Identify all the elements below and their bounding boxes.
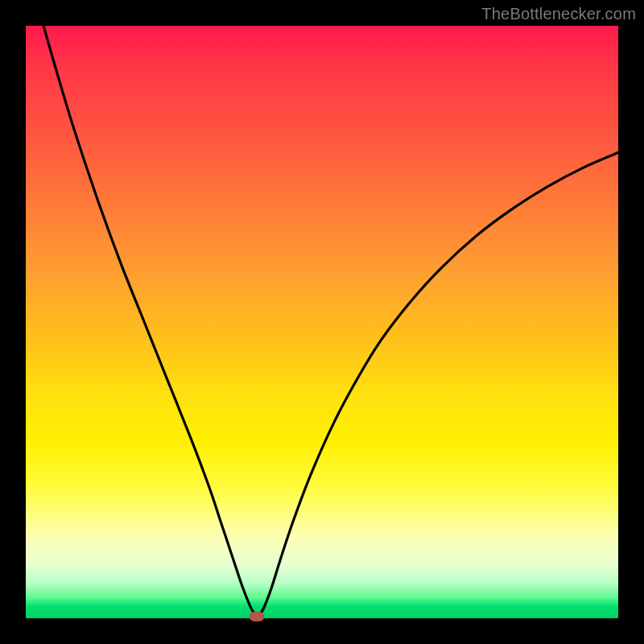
bottleneck-curve — [26, 26, 618, 618]
plot-area — [26, 26, 618, 618]
curve-path — [43, 26, 618, 617]
watermark-text: TheBottlenecker.com — [481, 5, 636, 23]
chart-frame: TheBottlenecker.com — [0, 0, 644, 644]
optimum-marker — [250, 612, 264, 621]
